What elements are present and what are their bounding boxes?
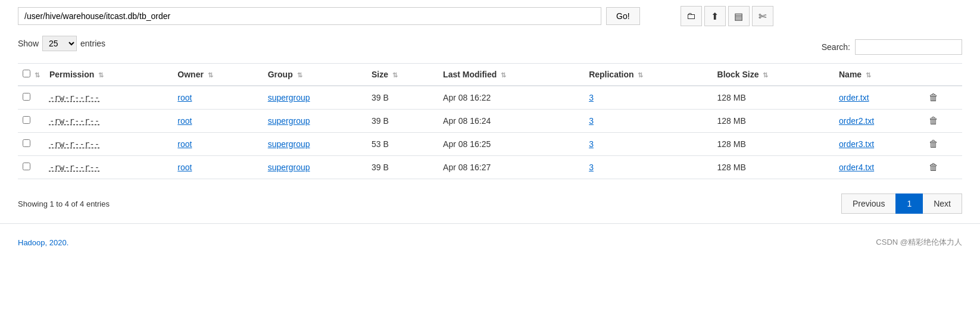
size-cell-1: 39 B bbox=[367, 110, 438, 133]
pagination-buttons: Previous 1 Next bbox=[841, 193, 962, 214]
entries-label: entries bbox=[80, 39, 105, 48]
blocksize-cell-0: 128 MB bbox=[713, 86, 834, 110]
group-link-2[interactable]: supergroup bbox=[268, 139, 310, 149]
owner-link-3[interactable]: root bbox=[177, 163, 192, 172]
col-sort-icon-permission[interactable]: ⇅ bbox=[98, 71, 104, 79]
table-row: -rw-r--r-- root supergroup 39 B Apr 08 1… bbox=[18, 110, 962, 133]
size-cell-3: 39 B bbox=[367, 156, 438, 179]
size-cell-2: 53 B bbox=[367, 133, 438, 156]
delete-icon-0[interactable]: 🗑 bbox=[929, 92, 938, 102]
replication-link-0[interactable]: 3 bbox=[589, 93, 594, 102]
owner-link-1[interactable]: root bbox=[177, 116, 192, 126]
col-replication-label: Replication bbox=[589, 70, 633, 79]
file-icon-button[interactable]: ▤ bbox=[728, 6, 750, 26]
row-checkbox-0[interactable] bbox=[23, 93, 30, 101]
search-label: Search: bbox=[822, 42, 850, 52]
select-all-checkbox[interactable] bbox=[23, 70, 30, 77]
filename-link-3[interactable]: order4.txt bbox=[839, 163, 874, 172]
path-input[interactable] bbox=[18, 7, 601, 25]
folder-icon: 🗀 bbox=[686, 11, 696, 21]
col-sort-icon-name[interactable]: ⇅ bbox=[866, 71, 871, 79]
table-row: -rw-r--r-- root supergroup 39 B Apr 08 1… bbox=[18, 156, 962, 179]
delete-icon-2[interactable]: 🗑 bbox=[929, 139, 938, 149]
blocksize-cell-1: 128 MB bbox=[713, 110, 834, 133]
lastmodified-cell-3: Apr 08 16:27 bbox=[438, 156, 584, 179]
row-checkbox-1[interactable] bbox=[23, 116, 30, 124]
footer-right: CSDN @精彩绝伦体力人 bbox=[876, 237, 962, 248]
scissors-icon-button[interactable]: ✄ bbox=[752, 6, 773, 26]
footer-left: Hadoop, 2020. bbox=[18, 238, 68, 247]
lastmodified-cell-0: Apr 08 16:22 bbox=[438, 86, 584, 110]
owner-link-2[interactable]: root bbox=[177, 139, 192, 149]
row-checkbox-2[interactable] bbox=[23, 139, 30, 147]
page-1-button[interactable]: 1 bbox=[895, 193, 923, 214]
group-link-3[interactable]: supergroup bbox=[268, 163, 310, 172]
delete-icon-1[interactable]: 🗑 bbox=[929, 116, 938, 126]
delete-icon-3[interactable]: 🗑 bbox=[929, 162, 938, 172]
permission-cell-2: -rw-r--r-- bbox=[49, 139, 99, 149]
col-sort-icon-0[interactable]: ⇅ bbox=[35, 71, 40, 79]
group-link-1[interactable]: supergroup bbox=[268, 116, 310, 126]
filename-link-2[interactable]: order3.txt bbox=[839, 139, 874, 149]
go-button[interactable]: Go! bbox=[606, 7, 640, 25]
permission-cell-3: -rw-r--r-- bbox=[49, 163, 99, 172]
scissors-icon: ✄ bbox=[759, 11, 766, 22]
permission-cell-1: -rw-r--r-- bbox=[49, 116, 99, 126]
replication-link-2[interactable]: 3 bbox=[589, 139, 594, 149]
replication-link-1[interactable]: 3 bbox=[589, 116, 594, 126]
next-button[interactable]: Next bbox=[923, 193, 962, 214]
col-permission-label: Permission bbox=[49, 70, 94, 79]
col-group-label: Group bbox=[268, 70, 293, 79]
table-row: -rw-r--r-- root supergroup 53 B Apr 08 1… bbox=[18, 133, 962, 156]
permission-cell-0: -rw-r--r-- bbox=[49, 93, 99, 102]
upload-icon-button[interactable]: ⬆ bbox=[704, 6, 726, 26]
upload-icon: ⬆ bbox=[711, 11, 719, 22]
blocksize-cell-3: 128 MB bbox=[713, 156, 834, 179]
showing-text: Showing 1 to 4 of 4 entries bbox=[18, 199, 110, 208]
replication-link-3[interactable]: 3 bbox=[589, 163, 594, 172]
files-table: ⇅ Permission ⇅ Owner ⇅ Group ⇅ Size ⇅ bbox=[18, 63, 962, 179]
size-cell-0: 39 B bbox=[367, 86, 438, 110]
row-checkbox-3[interactable] bbox=[23, 163, 30, 170]
show-label: Show bbox=[18, 39, 39, 48]
col-size-label: Size bbox=[372, 70, 388, 79]
search-input[interactable] bbox=[855, 39, 962, 55]
lastmodified-cell-1: Apr 08 16:24 bbox=[438, 110, 584, 133]
lastmodified-cell-2: Apr 08 16:25 bbox=[438, 133, 584, 156]
col-sort-icon-lastmodified[interactable]: ⇅ bbox=[501, 71, 506, 79]
filename-link-1[interactable]: order2.txt bbox=[839, 116, 874, 126]
col-sort-icon-owner[interactable]: ⇅ bbox=[208, 71, 213, 79]
col-lastmodified-label: Last Modified bbox=[443, 70, 497, 79]
filename-link-0[interactable]: order.txt bbox=[839, 93, 869, 102]
table-row: -rw-r--r-- root supergroup 39 B Apr 08 1… bbox=[18, 86, 962, 110]
col-owner-label: Owner bbox=[177, 70, 204, 79]
col-name-label: Name bbox=[839, 70, 862, 79]
col-sort-icon-blocksize[interactable]: ⇅ bbox=[763, 71, 768, 79]
col-sort-icon-group[interactable]: ⇅ bbox=[297, 71, 302, 79]
folder-icon-button[interactable]: 🗀 bbox=[681, 6, 702, 26]
blocksize-cell-2: 128 MB bbox=[713, 133, 834, 156]
previous-button[interactable]: Previous bbox=[841, 193, 895, 214]
col-sort-icon-replication[interactable]: ⇅ bbox=[638, 71, 643, 79]
owner-link-0[interactable]: root bbox=[177, 93, 192, 102]
col-blocksize-label: Block Size bbox=[717, 70, 759, 79]
entries-select[interactable]: 10 25 50 100 bbox=[42, 36, 77, 51]
col-sort-icon-size[interactable]: ⇅ bbox=[392, 71, 398, 79]
group-link-0[interactable]: supergroup bbox=[268, 93, 310, 102]
file-icon: ▤ bbox=[734, 11, 743, 22]
